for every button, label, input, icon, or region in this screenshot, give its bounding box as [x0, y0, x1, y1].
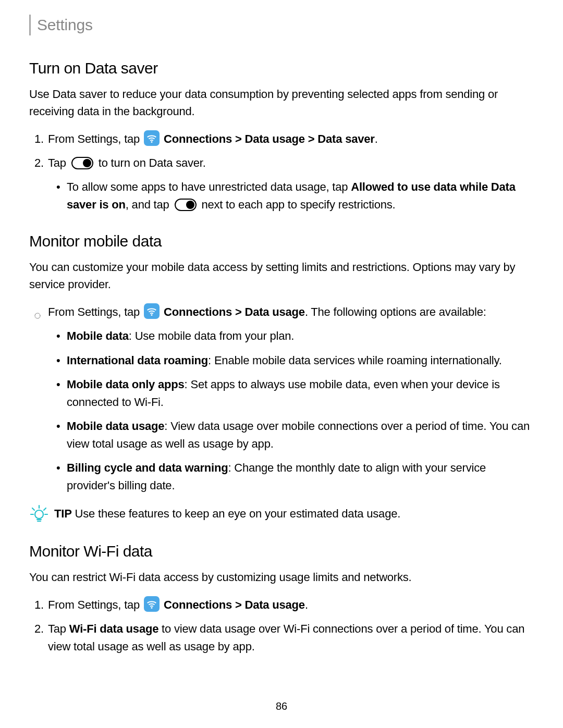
- circle-bullet-icon: [34, 306, 41, 313]
- sub-item: To allow some apps to have unrestricted …: [67, 178, 534, 214]
- tip-lightbulb-icon: [29, 504, 49, 524]
- svg-point-11: [151, 607, 153, 609]
- page-header: Settings: [29, 15, 534, 35]
- option-item: Mobile data: Use mobile data from your p…: [67, 327, 534, 345]
- step-text-post: to turn on Data saver.: [99, 156, 206, 169]
- option-item: Billing cycle and data warning: Change t…: [67, 459, 534, 495]
- tip-text: TIP Use these features to keep an eye on…: [54, 505, 400, 522]
- intro-data-saver: Use Data saver to reduce your data consu…: [29, 85, 534, 120]
- lead-list: From Settings, tap Connections > Data us…: [29, 303, 534, 495]
- svg-line-7: [32, 508, 34, 510]
- option-item: Mobile data only apps: Set apps to alway…: [67, 376, 534, 411]
- page-number: 86: [0, 700, 563, 712]
- option-bold: International data roaming: [67, 354, 208, 367]
- sub-pre: To allow some apps to have unrestricted …: [67, 180, 351, 193]
- options-list: Mobile data: Use mobile data from your p…: [48, 327, 534, 495]
- step-text-pre: Tap: [48, 622, 69, 635]
- sub-end: next to each app to specify restrictions…: [199, 198, 396, 211]
- step-text-post: .: [305, 598, 308, 611]
- lead-post: . The following options are available:: [305, 305, 486, 318]
- connections-icon: [144, 130, 160, 146]
- svg-point-1: [35, 313, 40, 318]
- step-text-bold: Connections > Data usage: [164, 598, 305, 611]
- step-text-pre: From Settings, tap: [48, 132, 143, 145]
- step-text-bold: Connections > Data usage > Data saver: [164, 132, 375, 145]
- tip-body: Use these features to keep an eye on you…: [72, 507, 401, 520]
- step-text-pre: From Settings, tap: [48, 598, 143, 611]
- option-bold: Mobile data usage: [67, 419, 164, 433]
- option-bold: Mobile data only apps: [67, 378, 185, 391]
- svg-point-0: [151, 141, 153, 143]
- step-2: 2. Tap Wi-Fi data usage to view data usa…: [48, 620, 534, 656]
- step-1: 1. From Settings, tap Connections > Data…: [48, 596, 534, 614]
- connections-icon: [144, 303, 160, 319]
- lead-item: From Settings, tap Connections > Data us…: [48, 303, 534, 495]
- heading-monitor-mobile: Monitor mobile data: [29, 232, 534, 250]
- heading-monitor-wifi: Monitor Wi-Fi data: [29, 542, 534, 560]
- steps-data-saver: 1. From Settings, tap Connections > Data…: [29, 130, 534, 214]
- sub-mid: , and tap: [126, 198, 173, 211]
- toggle-icon: [71, 157, 93, 169]
- step-number: 1.: [34, 130, 44, 148]
- step-text-post: .: [375, 132, 378, 145]
- tip-block: TIP Use these features to keep an eye on…: [29, 505, 534, 524]
- option-text: : Use mobile data from your plan.: [129, 329, 294, 342]
- step-number: 2.: [34, 154, 44, 172]
- step-text-pre: Tap: [48, 156, 69, 169]
- sub-list: To allow some apps to have unrestricted …: [48, 178, 534, 214]
- svg-point-3: [35, 510, 43, 519]
- steps-monitor-wifi: 1. From Settings, tap Connections > Data…: [29, 596, 534, 656]
- section-monitor-mobile: Monitor mobile data You can customize yo…: [29, 232, 534, 524]
- option-text: : Enable mobile data services while roam…: [208, 354, 502, 367]
- heading-data-saver: Turn on Data saver: [29, 59, 534, 77]
- option-bold: Billing cycle and data warning: [67, 461, 228, 474]
- svg-point-2: [151, 314, 153, 316]
- section-monitor-wifi: Monitor Wi-Fi data You can restrict Wi-F…: [29, 542, 534, 656]
- option-item: International data roaming: Enable mobil…: [67, 352, 534, 369]
- step-number: 2.: [34, 620, 44, 638]
- intro-monitor-mobile: You can customize your mobile data acces…: [29, 258, 534, 293]
- header-accent-bar: [29, 15, 31, 35]
- lead-pre: From Settings, tap: [48, 305, 143, 318]
- option-bold: Mobile data: [67, 329, 129, 342]
- header-title: Settings: [37, 16, 93, 34]
- toggle-icon: [175, 199, 197, 211]
- connections-icon: [144, 596, 160, 612]
- option-item: Mobile data usage: View data usage over …: [67, 417, 534, 453]
- section-data-saver: Turn on Data saver Use Data saver to red…: [29, 59, 534, 214]
- lead-bold: Connections > Data usage: [164, 305, 305, 318]
- step-1: 1. From Settings, tap Connections > Data…: [48, 130, 534, 148]
- step-text-bold: Wi-Fi data usage: [69, 622, 158, 635]
- intro-monitor-wifi: You can restrict Wi-Fi data access by cu…: [29, 569, 534, 586]
- step-number: 1.: [34, 596, 44, 614]
- tip-label: TIP: [54, 507, 72, 520]
- step-2: 2. Tap to turn on Data saver. To allow s…: [48, 154, 534, 214]
- svg-line-8: [44, 508, 46, 510]
